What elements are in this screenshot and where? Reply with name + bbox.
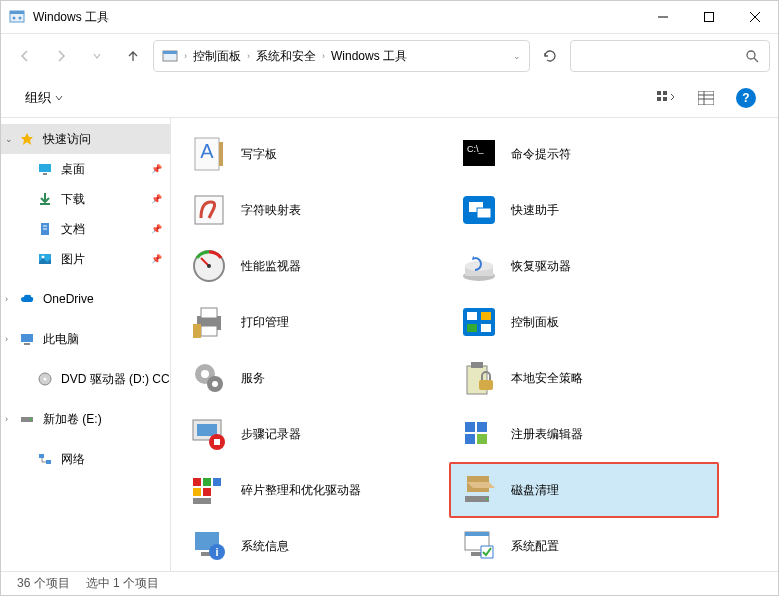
chevron-down-icon[interactable]: ⌄ <box>513 51 521 61</box>
item-sysinfo[interactable]: i 系统信息 <box>179 518 449 572</box>
item-label: 本地安全策略 <box>511 370 583 387</box>
item-wordpad[interactable]: A 写字板 <box>179 126 449 182</box>
svg-text:A: A <box>200 140 214 162</box>
item-services[interactable]: 服务 <box>179 350 449 406</box>
sidebar-quick-access[interactable]: ⌄ 快速访问 <box>1 124 170 154</box>
sidebar-item-label: 文档 <box>61 221 85 238</box>
item-recovery[interactable]: 恢复驱动器 <box>449 238 719 294</box>
svg-rect-43 <box>477 208 491 218</box>
perfmon-icon <box>189 246 229 286</box>
items-grid: A 写字板 C:\_ 命令提示符 字符映射表 快速助手 性能监视器 恢复驱动器 … <box>171 118 778 572</box>
svg-rect-75 <box>213 478 221 486</box>
cmd-icon: C:\_ <box>459 134 499 174</box>
item-controlpanel[interactable]: 控制面板 <box>449 294 719 350</box>
svg-rect-20 <box>39 164 51 172</box>
item-secpol[interactable]: 本地安全策略 <box>449 350 719 406</box>
sidebar-onedrive[interactable]: › OneDrive <box>1 284 170 314</box>
pin-icon: 📌 <box>151 194 162 204</box>
svg-rect-71 <box>465 434 475 444</box>
chevron-right-icon: › <box>247 51 250 61</box>
sidebar-dvd-drive[interactable]: DVD 驱动器 (D:) CC <box>1 364 170 394</box>
item-label: 磁盘清理 <box>511 482 559 499</box>
item-label: 碎片整理和优化驱动器 <box>241 482 361 499</box>
item-quickassist[interactable]: 快速助手 <box>449 182 719 238</box>
svg-point-3 <box>19 17 22 20</box>
organize-label: 组织 <box>25 89 51 107</box>
svg-rect-50 <box>201 308 217 318</box>
msconfig-icon <box>459 526 499 566</box>
chevron-right-icon: › <box>322 51 325 61</box>
pin-icon: 📌 <box>151 164 162 174</box>
disc-icon <box>37 371 53 387</box>
forward-button[interactable] <box>45 40 77 72</box>
item-perfmon[interactable]: 性能监视器 <box>179 238 449 294</box>
sidebar-pictures[interactable]: 图片 📌 <box>1 244 170 274</box>
svg-point-45 <box>207 264 211 268</box>
defrag-icon <box>189 470 229 510</box>
svg-rect-12 <box>657 91 661 95</box>
item-cleanmgr[interactable]: 磁盘清理 <box>449 462 719 518</box>
item-msconfig[interactable]: 系统配置 <box>449 518 719 572</box>
pictures-icon <box>37 251 53 267</box>
svg-point-59 <box>201 370 209 378</box>
sidebar-this-pc[interactable]: › 此电脑 <box>1 324 170 354</box>
svg-rect-14 <box>657 97 661 101</box>
svg-rect-87 <box>465 532 489 536</box>
status-selection: 选中 1 个项目 <box>86 575 159 592</box>
crumb-leaf[interactable]: Windows 工具 <box>331 48 407 65</box>
sidebar-item-label: 下载 <box>61 191 85 208</box>
svg-rect-40 <box>195 196 223 224</box>
sidebar-documents[interactable]: 文档 📌 <box>1 214 170 244</box>
sidebar-network[interactable]: 网络 <box>1 444 170 474</box>
svg-point-10 <box>747 51 755 59</box>
item-defrag[interactable]: 碎片整理和优化驱动器 <box>179 462 449 518</box>
svg-rect-74 <box>203 478 211 486</box>
sidebar-volume-e[interactable]: › 新加卷 (E:) <box>1 404 170 434</box>
item-printmgmt[interactable]: 打印管理 <box>179 294 449 350</box>
svg-rect-56 <box>467 324 477 332</box>
refresh-button[interactable] <box>534 40 566 72</box>
minimize-button[interactable] <box>640 1 686 33</box>
crumb-root[interactable]: 控制面板 <box>193 48 241 65</box>
svg-rect-16 <box>698 91 714 105</box>
svg-rect-15 <box>663 97 667 101</box>
svg-rect-77 <box>203 488 211 496</box>
toolbar: 组织 ? <box>1 78 778 118</box>
charmap-icon <box>189 190 229 230</box>
svg-rect-1 <box>10 11 24 14</box>
svg-rect-34 <box>46 460 51 464</box>
item-label: 打印管理 <box>241 314 289 331</box>
download-icon <box>37 191 53 207</box>
maximize-button[interactable] <box>686 1 732 33</box>
search-input[interactable] <box>570 40 770 72</box>
sidebar-desktop[interactable]: 桌面 📌 <box>1 154 170 184</box>
item-label: 性能监视器 <box>241 258 301 275</box>
svg-rect-9 <box>163 51 177 54</box>
item-psr[interactable]: 步骤记录器 <box>179 406 449 462</box>
secpol-icon <box>459 358 499 398</box>
svg-rect-57 <box>481 324 491 332</box>
item-charmap[interactable]: 字符映射表 <box>179 182 449 238</box>
up-button[interactable] <box>117 40 149 72</box>
back-button[interactable] <box>9 40 41 72</box>
sidebar-item-label: DVD 驱动器 (D:) CC <box>61 371 170 388</box>
organize-button[interactable]: 组织 <box>17 85 71 111</box>
chevron-right-icon: › <box>5 294 8 304</box>
svg-rect-80 <box>465 496 489 502</box>
search-icon <box>745 49 759 63</box>
window-title: Windows 工具 <box>33 9 640 26</box>
recent-dropdown[interactable] <box>81 40 113 72</box>
svg-rect-73 <box>193 478 201 486</box>
item-regedit[interactable]: 注册表编辑器 <box>449 406 719 462</box>
breadcrumb[interactable]: › 控制面板 › 系统和安全 › Windows 工具 ⌄ <box>153 40 530 72</box>
view-icons-button[interactable] <box>650 82 682 114</box>
item-cmd[interactable]: C:\_ 命令提示符 <box>449 126 719 182</box>
sidebar-downloads[interactable]: 下载 📌 <box>1 184 170 214</box>
help-button[interactable]: ? <box>730 82 762 114</box>
sidebar-item-label: 网络 <box>61 451 85 468</box>
item-label: 系统信息 <box>241 538 289 555</box>
crumb-mid[interactable]: 系统和安全 <box>256 48 316 65</box>
close-button[interactable] <box>732 1 778 33</box>
folder-icon <box>162 48 178 64</box>
view-details-button[interactable] <box>690 82 722 114</box>
